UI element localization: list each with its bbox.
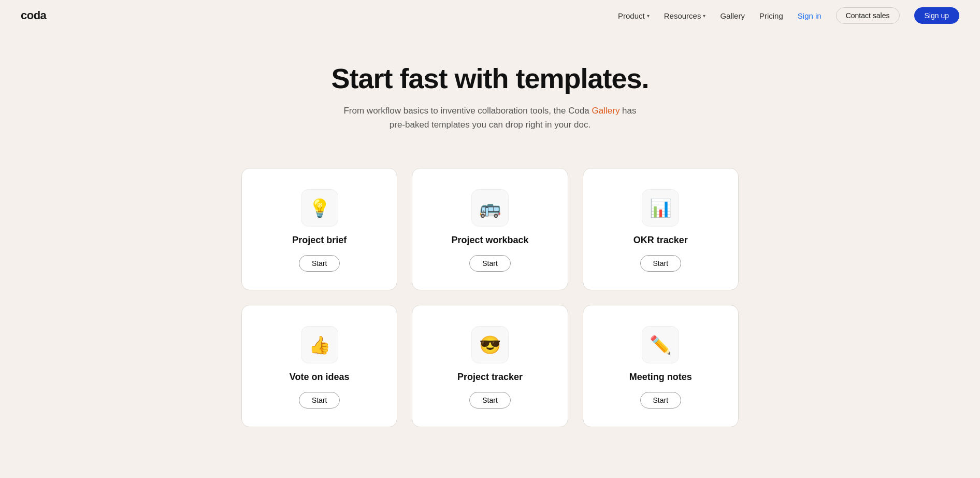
template-name-project-tracker: Project tracker (457, 372, 523, 383)
chevron-down-icon: ▾ (647, 13, 650, 19)
logo[interactable]: coda (21, 9, 46, 22)
template-card-project-tracker: 😎 Project tracker Start (412, 305, 568, 427)
template-name-project-workback: Project workback (451, 235, 528, 246)
hero-title: Start fast with templates. (10, 62, 970, 94)
start-button-vote-on-ideas[interactable]: Start (299, 392, 340, 409)
template-name-project-brief: Project brief (292, 235, 347, 246)
template-icon-meeting-notes: ✏️ (642, 326, 679, 363)
template-card-project-brief: 💡 Project brief Start (241, 168, 397, 290)
gallery-link[interactable]: Gallery (592, 106, 620, 116)
start-button-project-workback[interactable]: Start (469, 255, 511, 272)
nav-pricing[interactable]: Pricing (759, 11, 783, 20)
template-icon-project-tracker: 😎 (471, 326, 509, 363)
template-icon-vote-on-ideas: 👍 (301, 326, 338, 363)
contact-sales-button[interactable]: Contact sales (836, 7, 900, 24)
start-button-project-tracker[interactable]: Start (469, 392, 511, 409)
template-name-okr-tracker: OKR tracker (633, 235, 688, 246)
template-name-meeting-notes: Meeting notes (629, 372, 692, 383)
template-name-vote-on-ideas: Vote on ideas (290, 372, 350, 383)
template-card-vote-on-ideas: 👍 Vote on ideas Start (241, 305, 397, 427)
nav-product[interactable]: Product ▾ (618, 11, 650, 20)
start-button-meeting-notes[interactable]: Start (640, 392, 682, 409)
nav-links: Product ▾ Resources ▾ Gallery Pricing Si… (618, 7, 959, 24)
start-button-project-brief[interactable]: Start (299, 255, 340, 272)
templates-grid: 💡 Project brief Start 🚌 Project workback… (231, 158, 749, 458)
nav-gallery[interactable]: Gallery (720, 11, 745, 20)
hero-section: Start fast with templates. From workflow… (0, 31, 980, 158)
start-button-okr-tracker[interactable]: Start (640, 255, 682, 272)
nav-resources[interactable]: Resources ▾ (664, 11, 706, 20)
nav-signin[interactable]: Sign in (798, 11, 822, 20)
template-icon-project-workback: 🚌 (471, 189, 509, 227)
template-card-meeting-notes: ✏️ Meeting notes Start (583, 305, 739, 427)
template-icon-project-brief: 💡 (301, 189, 338, 227)
template-icon-okr-tracker: 📊 (642, 189, 679, 227)
template-card-project-workback: 🚌 Project workback Start (412, 168, 568, 290)
template-card-okr-tracker: 📊 OKR tracker Start (583, 168, 739, 290)
navbar: coda Product ▾ Resources ▾ Gallery Prici… (0, 0, 980, 31)
signup-button[interactable]: Sign up (914, 7, 959, 24)
chevron-down-icon: ▾ (703, 13, 705, 19)
hero-subtitle: From workflow basics to inventive collab… (340, 104, 640, 132)
